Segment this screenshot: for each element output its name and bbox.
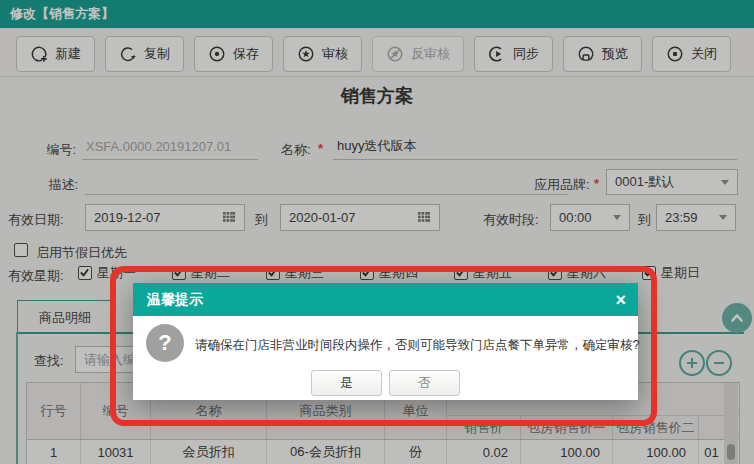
question-icon: ? xyxy=(146,324,184,362)
dialog-message: 请确保在门店非营业时间段内操作，否则可能导致门店点餐下单异常，确定审核? xyxy=(195,337,639,354)
yes-button[interactable]: 是 xyxy=(311,370,382,396)
dialog-warm-tips: 温馨提示 × ? 请确保在门店非营业时间段内操作，否则可能导致门店点餐下单异常，… xyxy=(133,283,638,400)
dialog-body: ? 请确保在门店非营业时间段内操作，否则可能导致门店点餐下单异常，确定审核? 是… xyxy=(133,316,638,400)
close-icon[interactable]: × xyxy=(615,291,626,309)
app-window: 修改【销售方案】 新建 复制 xyxy=(0,0,754,464)
dialog-title: 温馨提示 xyxy=(147,291,615,309)
dialog-header: 温馨提示 × xyxy=(133,283,638,316)
no-button[interactable]: 否 xyxy=(389,370,460,396)
